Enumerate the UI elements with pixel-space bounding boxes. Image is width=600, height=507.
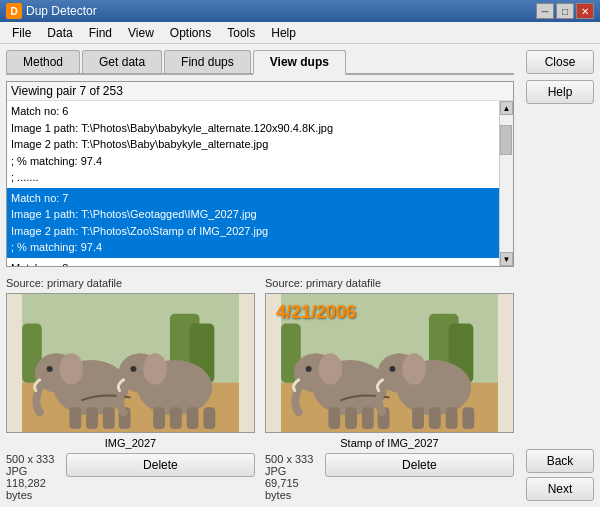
- scroll-down-button[interactable]: ▼: [500, 252, 513, 266]
- svg-rect-37: [412, 407, 424, 429]
- window-title: Dup Detector: [26, 4, 97, 18]
- list-line: ; % matching: 97.4: [11, 153, 495, 170]
- list-line: ; .......: [11, 169, 495, 186]
- image-frame-2: 4/21/2006: [265, 293, 514, 433]
- list-item-selected[interactable]: Match no: 7 Image 1 path: T:\Photos\Geot…: [7, 188, 499, 258]
- menu-data[interactable]: Data: [39, 24, 80, 42]
- svg-rect-9: [86, 407, 98, 429]
- title-bar: D Dup Detector ─ □ ✕: [0, 0, 600, 22]
- list-header: Viewing pair 7 of 253: [7, 82, 513, 101]
- tab-get-data[interactable]: Get data: [82, 50, 162, 73]
- menu-help[interactable]: Help: [263, 24, 304, 42]
- svg-rect-19: [203, 407, 215, 429]
- right-sidebar: Close Help Back Next: [520, 44, 600, 507]
- next-button[interactable]: Next: [526, 477, 594, 501]
- list-line: ; % matching: 97.4: [11, 239, 495, 256]
- scroll-track[interactable]: [500, 115, 513, 252]
- scroll-up-button[interactable]: ▲: [500, 101, 513, 115]
- svg-rect-8: [69, 407, 81, 429]
- image-bytes-2: 69,715 bytes: [265, 477, 319, 501]
- list-line: Image 1 path: T:\Photos\Baby\babykyle_al…: [11, 120, 495, 137]
- list-line: Match no: 7: [11, 190, 495, 207]
- image-info-2: 500 x 333 JPG 69,715 bytes: [265, 453, 319, 501]
- main-container: Method Get data Find dups View dups View…: [0, 44, 600, 507]
- menu-bar: File Data Find View Options Tools Help: [0, 22, 600, 44]
- list-items: Match no: 6 Image 1 path: T:\Photos\Baby…: [7, 101, 499, 266]
- images-section: Source: primary datafile: [6, 277, 514, 501]
- menu-options[interactable]: Options: [162, 24, 219, 42]
- image-info-1: 500 x 333 JPG 118,282 bytes: [6, 453, 60, 501]
- svg-point-33: [306, 366, 312, 372]
- window-close-button[interactable]: ✕: [576, 3, 594, 19]
- delete-button-1[interactable]: Delete: [66, 453, 255, 477]
- image-source-label-2: Source: primary datafile: [265, 277, 514, 289]
- image-bytes-1: 118,282 bytes: [6, 477, 60, 501]
- close-button[interactable]: Close: [526, 50, 594, 74]
- scroll-thumb[interactable]: [500, 125, 512, 155]
- svg-point-15: [143, 353, 167, 385]
- menu-view[interactable]: View: [120, 24, 162, 42]
- svg-rect-39: [446, 407, 458, 429]
- svg-rect-38: [429, 407, 441, 429]
- svg-point-20: [131, 366, 137, 372]
- image-actions-1: 500 x 333 JPG 118,282 bytes Delete: [6, 453, 255, 501]
- svg-rect-30: [345, 407, 357, 429]
- svg-point-36: [402, 353, 426, 385]
- list-line: Image 2 path: T:\Photos\Zoo\Stamp of IMG…: [11, 223, 495, 240]
- image-source-label-1: Source: primary datafile: [6, 277, 255, 289]
- list-item[interactable]: Match no: 6 Image 1 path: T:\Photos\Baby…: [7, 101, 499, 188]
- tabs-row: Method Get data Find dups View dups: [6, 50, 514, 75]
- app-icon: D: [6, 3, 22, 19]
- image-name-2: Stamp of IMG_2027: [265, 437, 514, 449]
- svg-rect-10: [103, 407, 115, 429]
- svg-rect-31: [362, 407, 374, 429]
- maximize-button[interactable]: □: [556, 3, 574, 19]
- image-frame-1: [6, 293, 255, 433]
- svg-rect-40: [462, 407, 474, 429]
- image-panel-1: Source: primary datafile: [6, 277, 255, 501]
- svg-point-41: [390, 366, 396, 372]
- menu-find[interactable]: Find: [81, 24, 120, 42]
- back-button[interactable]: Back: [526, 449, 594, 473]
- list-item[interactable]: Match no: 8: [7, 258, 499, 267]
- list-content[interactable]: Match no: 6 Image 1 path: T:\Photos\Baby…: [7, 101, 513, 266]
- list-scrollbar[interactable]: ▲ ▼: [499, 101, 513, 266]
- list-line: Image 2 path: T:\Photos\Baby\babykyle_al…: [11, 136, 495, 153]
- minimize-button[interactable]: ─: [536, 3, 554, 19]
- svg-rect-29: [328, 407, 340, 429]
- list-line: Image 1 path: T:\Photos\Geotagged\IMG_20…: [11, 206, 495, 223]
- tab-find-dups[interactable]: Find dups: [164, 50, 251, 73]
- left-area: Method Get data Find dups View dups View…: [0, 44, 520, 507]
- title-bar-left: D Dup Detector: [6, 3, 97, 19]
- tab-method[interactable]: Method: [6, 50, 80, 73]
- image-panel-2: Source: primary datafile: [265, 277, 514, 501]
- svg-point-28: [319, 353, 343, 385]
- svg-rect-16: [153, 407, 165, 429]
- tab-view-dups[interactable]: View dups: [253, 50, 346, 75]
- menu-tools[interactable]: Tools: [219, 24, 263, 42]
- svg-point-7: [60, 353, 84, 385]
- image-size-2: 500 x 333 JPG: [265, 453, 319, 477]
- svg-point-12: [47, 366, 53, 372]
- image-name-1: IMG_2027: [6, 437, 255, 449]
- date-overlay: 4/21/2006: [276, 302, 356, 323]
- image-actions-2: 500 x 333 JPG 69,715 bytes Delete: [265, 453, 514, 501]
- svg-rect-18: [187, 407, 199, 429]
- list-line: Match no: 8: [11, 260, 495, 267]
- list-line: Match no: 6: [11, 103, 495, 120]
- help-button[interactable]: Help: [526, 80, 594, 104]
- menu-file[interactable]: File: [4, 24, 39, 42]
- list-panel: Viewing pair 7 of 253 Match no: 6 Image …: [6, 81, 514, 267]
- image-size-1: 500 x 333 JPG: [6, 453, 60, 477]
- nav-buttons: Back Next: [526, 449, 594, 501]
- title-controls[interactable]: ─ □ ✕: [536, 3, 594, 19]
- svg-rect-17: [170, 407, 182, 429]
- delete-button-2[interactable]: Delete: [325, 453, 514, 477]
